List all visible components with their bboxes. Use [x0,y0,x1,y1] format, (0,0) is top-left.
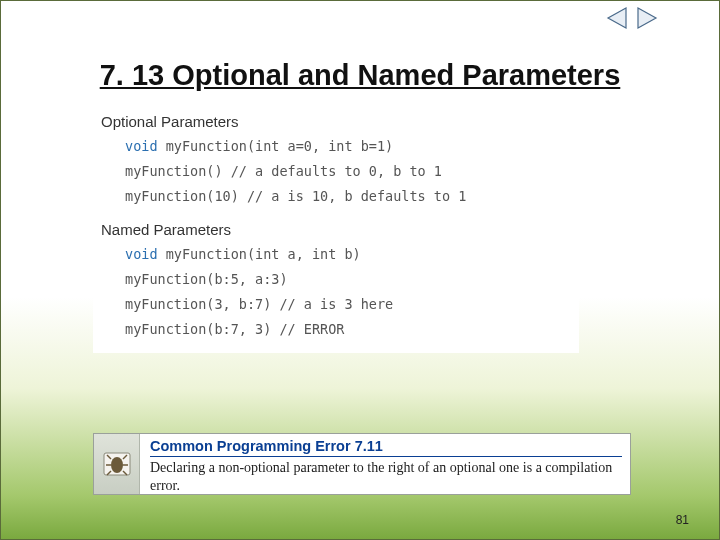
code-text: myFunction(int a=0, int b=1) [158,138,394,154]
error-callout: Common Programming Error 7.11 Declaring … [93,433,631,495]
code-line: myFunction(b:5, a:3) [125,269,571,290]
prev-button[interactable] [605,5,631,31]
code-text: myFunction(int a, int b) [158,246,361,262]
named-params-label: Named Parameters [101,221,571,238]
code-line: myFunction(10) // a is 10, b defaults to… [125,186,571,207]
next-button[interactable] [633,5,659,31]
code-line: myFunction() // a defaults to 0, b to 1 [125,161,571,182]
slide: 7. 13 Optional and Named Parameters Opti… [0,0,720,540]
triangle-left-icon [606,6,630,30]
code-line: void myFunction(int a=0, int b=1) [125,136,571,157]
page-title: 7. 13 Optional and Named Parameters [1,59,719,92]
svg-marker-1 [638,8,656,28]
error-content: Common Programming Error 7.11 Declaring … [140,434,630,494]
error-icon-cell [94,434,140,494]
error-title: Common Programming Error 7.11 [150,438,622,457]
page-number: 81 [676,513,689,527]
code-panel: Optional Parameters void myFunction(int … [93,99,579,353]
error-body: Declaring a non-optional parameter to th… [150,459,622,494]
code-line: myFunction(3, b:7) // a is 3 here [125,294,571,315]
keyword: void [125,138,158,154]
bug-icon [100,447,134,481]
code-line: void myFunction(int a, int b) [125,244,571,265]
keyword: void [125,246,158,262]
nav-buttons [605,5,659,31]
optional-params-label: Optional Parameters [101,113,571,130]
code-line: myFunction(b:7, 3) // ERROR [125,319,571,340]
svg-point-3 [111,457,123,473]
triangle-right-icon [634,6,658,30]
svg-marker-0 [608,8,626,28]
